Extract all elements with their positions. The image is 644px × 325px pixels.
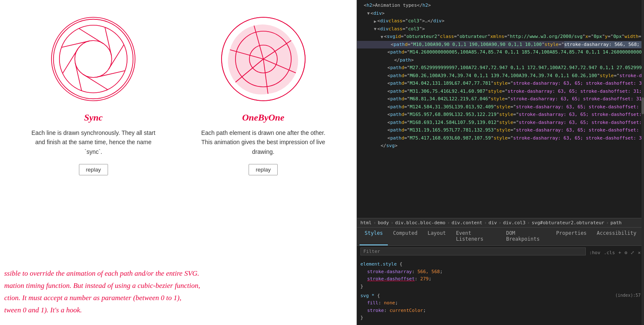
- filter-bar[interactable]: Filter: [360, 247, 586, 255]
- file-ref: (index):57: [615, 292, 641, 300]
- svg-line-11: [75, 63, 81, 91]
- code-line-11: <path d="M34.042,131.189L67.047,77.781" …: [357, 80, 644, 88]
- tab-dom-breakpoints[interactable]: DOM Breakpoints: [501, 228, 551, 245]
- onebyone-svg-container: [217, 13, 310, 105]
- code-line-14: <path d="M124.584,31.305L139.013,92.409"…: [357, 103, 644, 111]
- tab-properties[interactable]: Properties: [551, 228, 592, 245]
- scrollbar-thumb[interactable]: [641, 97, 644, 114]
- svg-line-5: [61, 41, 89, 47]
- bottom-text-line-2: mation timing function. But instead of u…: [4, 280, 352, 292]
- close-icon[interactable]: ✕: [638, 250, 641, 255]
- element-style-block: element.style { stroke-dasharray: 566, 5…: [360, 261, 641, 290]
- devtools-panel: <h2>Animation types</h2> ▼<div> ▶ <div c…: [357, 0, 644, 325]
- bottom-text-line-4: tween 0 and 1). It's a hook.: [4, 304, 352, 317]
- breadcrumb-bloc[interactable]: div.bloc.bloc-demo: [395, 220, 445, 226]
- tab-layout[interactable]: Layout: [422, 228, 451, 245]
- code-line-18: <path d="M75.417,168.693L60.987,107.59" …: [357, 134, 644, 142]
- code-line-17: <path d="M131.19,165.957L77.781,132.953"…: [357, 126, 644, 134]
- svg-point-3: [75, 40, 112, 77]
- code-line-10: <path d="M60.26,100A39.74,39.74 0,1,1 13…: [357, 72, 644, 80]
- svg-line-6: [79, 28, 103, 43]
- breadcrumb-bar: html › body › div.bloc.bloc-demo › div.c…: [357, 218, 644, 228]
- tab-computed[interactable]: Computed: [388, 228, 422, 245]
- prop-stroke: stroke: [367, 308, 384, 313]
- code-line-8: </path>: [357, 56, 644, 64]
- devtools-code-area[interactable]: <h2>Animation types</h2> ▼<div> ▶ <div c…: [357, 0, 644, 218]
- val-stroke-dashoffset: 279: [420, 276, 429, 282]
- svg-line-9: [97, 71, 125, 77]
- tab-styles[interactable]: Styles: [360, 228, 388, 245]
- code-line-1: <h2>Animation types</h2>: [357, 2, 644, 10]
- sync-replay-button[interactable]: replay: [79, 164, 108, 175]
- val-stroke: currentColor: [390, 308, 423, 313]
- settings-icon[interactable]: ⚙: [625, 250, 628, 255]
- prop-stroke-dashoffset: stroke-dashoffset: [367, 276, 415, 282]
- svg-star-block: svg * { (index):57 fill: none; stroke: c…: [360, 292, 641, 322]
- bottom-text-block: ssible to override the animation of each…: [0, 259, 357, 325]
- svg-line-10: [83, 74, 108, 89]
- breadcrumb-col3[interactable]: div.col3: [503, 220, 525, 226]
- scrollbar[interactable]: [641, 0, 644, 325]
- sync-svg-container: [47, 13, 140, 105]
- val-stroke-dasharray: 566, 568: [417, 269, 440, 274]
- code-line-3: ▶ <div class="col3" >…</div>: [357, 17, 644, 25]
- code-line-4: ▼ <div class="col3">: [357, 25, 644, 33]
- onebyone-replay-button[interactable]: replay: [249, 164, 278, 175]
- code-line-9: <path d="M27.0529999999997,100A72.947,72…: [357, 64, 644, 72]
- code-line-7: <path d="M14.2600000000005,100A85.74,85.…: [357, 48, 644, 56]
- code-line-6-selected[interactable]: ▶ <path d="M10,100A90,90 0,1,1 190,100A9…: [357, 41, 644, 49]
- svg-point-0: [51, 17, 135, 101]
- filter-label: Filter: [363, 249, 380, 254]
- svg-line-7: [105, 27, 111, 55]
- sync-demo-col: Sync Each line is drawn synchronously. T…: [26, 13, 161, 175]
- hov-button[interactable]: :hov: [589, 250, 601, 255]
- svg-point-2: [60, 25, 127, 93]
- breadcrumb-html[interactable]: html: [360, 220, 372, 226]
- prop-fill: fill: [367, 300, 379, 306]
- svg-point-1: [54, 19, 133, 99]
- cls-button[interactable]: .cls: [604, 250, 615, 255]
- svg-line-4: [63, 49, 78, 73]
- breadcrumb-path[interactable]: path: [611, 220, 622, 226]
- tab-event-listeners[interactable]: Event Listeners: [451, 228, 501, 245]
- code-line-2: ▼<div>: [357, 10, 644, 18]
- val-fill: none: [384, 300, 395, 306]
- sync-desc: Each line is drawn synchronously. They a…: [26, 128, 161, 156]
- onebyone-title: OneByOne: [242, 112, 284, 123]
- code-line-13: <path d="M68.81,34.042L122.219,67.046" s…: [357, 95, 644, 103]
- demo-section: Sync Each line is drawn synchronously. T…: [0, 0, 357, 175]
- onebyone-desc: Each path element is drawn one after the…: [196, 128, 331, 156]
- sync-title: Sync: [84, 112, 103, 123]
- code-line-5: ▼ <svg id="obturateur2" class="obturateu…: [357, 33, 644, 41]
- prop-stroke-dasharray: stroke-dasharray: [367, 269, 412, 274]
- svg-star-selector: svg *: [360, 293, 377, 298]
- code-line-12: <path d="M31.306,75.416L92.41,60.987" st…: [357, 88, 644, 96]
- code-line-16: <path d="M168.693,124.584L107.59,139.012…: [357, 119, 644, 127]
- devtools-tabs-bar: Styles Computed Layout Event Listeners D…: [357, 228, 644, 246]
- breadcrumb-content[interactable]: div.content: [452, 220, 482, 226]
- tab-accessibility[interactable]: Accessibility: [592, 228, 641, 245]
- bottom-text-line-3: ction. It must accept a number as parame…: [4, 292, 352, 304]
- breadcrumb-div[interactable]: div: [489, 220, 497, 226]
- add-style-button[interactable]: +: [618, 250, 621, 255]
- bottom-text-line-1: ssible to override the animation of each…: [4, 268, 352, 280]
- left-panel: Sync Each line is drawn synchronously. T…: [0, 0, 357, 325]
- onebyone-demo-col: OneByOne Each path element is drawn one …: [196, 13, 331, 175]
- styles-panel: Filter :hov .cls + ⚙ ⤢ ✕ element.style {…: [357, 246, 644, 325]
- code-line-15: <path d="M165.957,68.809L132.953,122.219…: [357, 111, 644, 119]
- code-line-19: </svg>: [357, 142, 644, 150]
- breadcrumb-svg[interactable]: svg#obturateur2.obturateur: [532, 220, 604, 226]
- breadcrumb-body[interactable]: body: [378, 220, 389, 226]
- svg-line-8: [109, 45, 124, 69]
- filter-input[interactable]: [382, 249, 583, 254]
- element-style-selector: element.style: [360, 261, 400, 267]
- expand-icon[interactable]: ⤢: [630, 250, 634, 255]
